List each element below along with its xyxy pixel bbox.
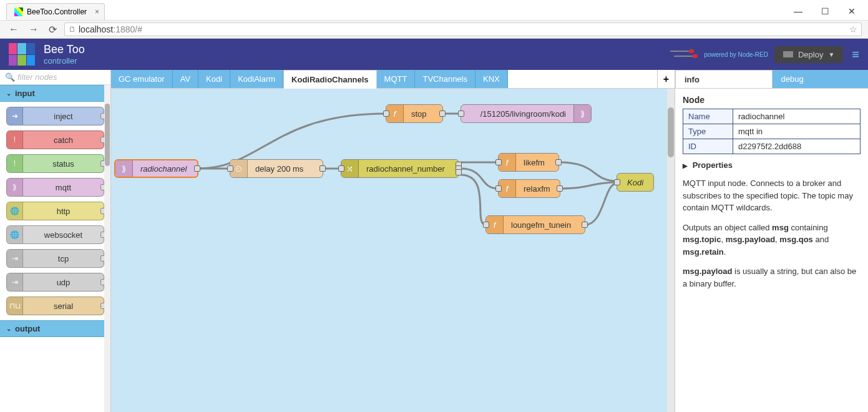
alert-icon: ! [7, 131, 23, 149]
palette-category-output[interactable]: ⌄ output [0, 320, 110, 337]
caret-down-icon: ▼ [828, 51, 834, 58]
hamburger-icon[interactable]: ≡ [852, 47, 859, 62]
deploy-button[interactable]: Deploy ▼ [774, 46, 843, 63]
flow-canvas[interactable]: ⟫ radiochannel ⏲ delay 200 ms ⤭ radiocha… [111, 89, 675, 412]
node-info-table: Nameradiochannel Typemqtt in IDd22975f2.… [683, 109, 861, 154]
info-description: Outputs an object called msg containing … [683, 222, 861, 258]
palette-node-serial[interactable]: ⊓⊔serial [6, 297, 104, 315]
node-mqtt-out[interactable]: ⟫ /151205/livingroom/kodi [461, 104, 592, 123]
globe-icon: 🌐 [7, 202, 23, 220]
node-radiochannel[interactable]: ⟫ radiochannel [114, 159, 198, 178]
browser-tab[interactable]: BeeToo.Controller × [6, 3, 105, 20]
tab-mqtt[interactable]: MQTT [377, 70, 416, 88]
node-delay[interactable]: ⏲ delay 200 ms [230, 159, 323, 178]
maximize-icon[interactable]: ☐ [821, 6, 829, 16]
logo-icon [9, 43, 35, 66]
info-type: mqtt in [733, 124, 861, 139]
palette-scrollbar[interactable] [104, 85, 110, 412]
tab-gc-emulator[interactable]: GC emulator [111, 70, 173, 88]
canvas-scrollbar-v[interactable] [667, 89, 675, 412]
palette-node-tcp[interactable]: ⇥tcp [6, 249, 104, 268]
rss-icon: ⟫ [115, 160, 133, 177]
palette: 🔍 filter nodes ⌄ input ➜inject !catch !s… [0, 70, 111, 412]
rss-icon: ⟫ [573, 105, 591, 122]
bookmark-star-icon[interactable]: ☆ [849, 24, 857, 34]
info-description: msg.payload is usually a string, but can… [683, 265, 861, 290]
globe-icon: 🌐 [7, 226, 23, 243]
minimize-icon[interactable]: — [794, 6, 802, 16]
arrow-icon: ⇥ [7, 250, 23, 267]
arrow-icon: ⇥ [7, 273, 23, 291]
powered-by-link[interactable]: powered by Node-RED [704, 51, 768, 58]
tab-av[interactable]: AV [173, 70, 198, 88]
palette-node-websocket[interactable]: 🌐websocket [6, 225, 104, 244]
palette-node-http[interactable]: 🌐http [6, 202, 104, 220]
workspace: GC emulator AV Kodi KodiAlarm KodiRadioC… [111, 70, 675, 412]
properties-toggle[interactable]: ▶ Properties [683, 160, 861, 170]
wires-icon [670, 48, 695, 61]
tab-tvchannels[interactable]: TVChannels [415, 70, 475, 88]
palette-node-status[interactable]: !status [6, 154, 104, 173]
alert-icon: ! [7, 155, 23, 172]
reload-icon[interactable]: ⟳ [46, 24, 59, 36]
rss-icon: ⟫ [7, 179, 23, 196]
forward-icon[interactable]: → [26, 24, 41, 35]
info-name: radiochannel [733, 109, 861, 124]
node-loungefm[interactable]: f loungefm_tunein [485, 215, 585, 234]
tab-knx[interactable]: KNX [475, 70, 508, 88]
brand: Bee Too controller [44, 43, 85, 66]
palette-node-udp[interactable]: ⇥udp [6, 273, 104, 292]
browser-tab-title: BeeToo.Controller [27, 7, 87, 16]
tab-close-icon[interactable]: × [95, 7, 99, 16]
caret-right-icon: ▶ [683, 162, 688, 169]
file-icon: 🗋 [69, 25, 76, 34]
sidebar-tab-debug[interactable]: debug [773, 70, 869, 88]
palette-category-input[interactable]: ⌄ input [0, 85, 110, 102]
browser-toolbar: ← → ⟳ 🗋 localhost:1880/# ☆ [0, 20, 868, 39]
palette-node-mqtt[interactable]: ⟫mqtt [6, 178, 104, 197]
tab-kodialarm[interactable]: KodiAlarm [230, 70, 283, 88]
url-bar[interactable]: 🗋 localhost:1880/# ☆ [64, 22, 862, 36]
close-icon[interactable]: ✕ [848, 6, 856, 16]
inject-icon: ➜ [7, 107, 23, 125]
node-radiochannel-number[interactable]: ⤭ radiochannel_number [341, 159, 459, 178]
chevron-down-icon: ⌄ [6, 90, 11, 97]
sidebar: info debug Node Nameradiochannel Typemqt… [675, 70, 868, 412]
node-kodi[interactable]: Kodi [617, 173, 654, 192]
favicon-icon [14, 7, 23, 16]
window-controls: — ☐ ✕ [781, 0, 868, 22]
sidebar-body: Node Nameradiochannel Typemqtt in IDd229… [675, 89, 868, 412]
sidebar-tab-info[interactable]: info [675, 70, 773, 88]
app-header: Bee Too controller powered by Node-RED D… [0, 39, 868, 70]
node-stop[interactable]: f stop [386, 104, 443, 123]
serial-icon: ⊓⊔ [7, 297, 23, 315]
browser-tab-bar: BeeToo.Controller × [0, 0, 868, 20]
workspace-tabs: GC emulator AV Kodi KodiAlarm KodiRadioC… [111, 70, 675, 89]
search-icon: 🔍 [5, 72, 15, 82]
wires [111, 89, 675, 412]
info-description: MQTT input node. Connects to a broker an… [683, 177, 861, 214]
back-icon[interactable]: ← [6, 24, 21, 35]
filter-nodes-input[interactable]: 🔍 filter nodes [0, 70, 110, 85]
node-heading: Node [683, 95, 861, 105]
node-likefm[interactable]: f likefm [498, 153, 559, 172]
tab-kodi[interactable]: Kodi [198, 70, 230, 88]
url-text: localhost:1880/# [79, 24, 142, 34]
tab-kodiradiochannels[interactable]: KodiRadioChannels [283, 70, 377, 89]
deploy-icon [783, 51, 793, 57]
chevron-down-icon: ⌄ [6, 325, 11, 332]
node-relaxfm[interactable]: f relaxfm [498, 179, 560, 198]
info-id: d22975f2.2dd688 [733, 139, 861, 154]
add-tab-button[interactable]: + [657, 70, 675, 88]
palette-node-catch[interactable]: !catch [6, 130, 104, 149]
palette-node-inject[interactable]: ➜inject [6, 107, 104, 125]
